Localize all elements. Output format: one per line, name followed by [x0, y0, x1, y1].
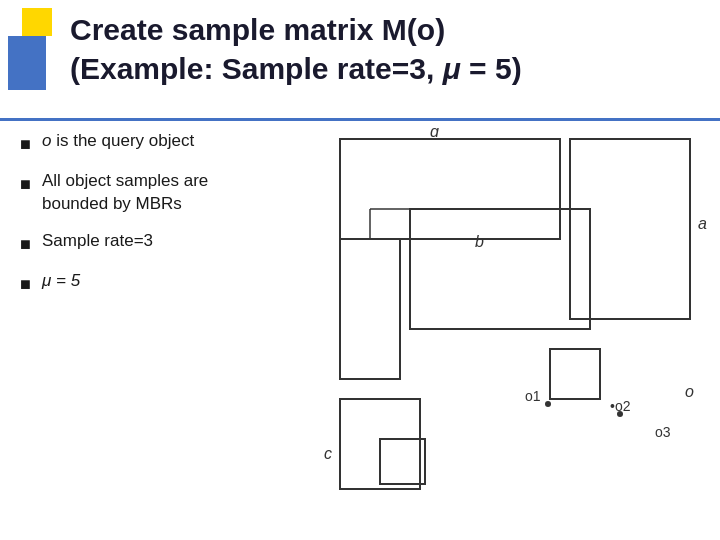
bullet-item-1: ■ o is the query object	[20, 130, 260, 156]
deco-yellow-square	[22, 8, 52, 36]
title-area: Create sample matrix M(o) (Example: Samp…	[70, 10, 700, 88]
bullet-item-2: ■ All object samples are bounded by MBRs	[20, 170, 260, 216]
deco-blue-square-2	[8, 72, 46, 90]
title-line2-prefix: (Example: Sample rate=3,	[70, 52, 443, 85]
label-c: c	[324, 445, 332, 462]
bullet-text-1: o is the query object	[42, 130, 194, 153]
title-mu: μ	[443, 52, 461, 85]
bullet-text-3: Sample rate=3	[42, 230, 153, 253]
bullet-item-4: ■ μ = 5	[20, 270, 260, 296]
horizontal-rule	[0, 118, 720, 121]
label-d: d	[430, 128, 440, 140]
label-o3: o3	[655, 424, 671, 440]
svg-rect-1	[570, 139, 690, 319]
o1-dot	[545, 401, 551, 407]
bullet-dot-2: ■	[20, 172, 36, 196]
svg-rect-2	[410, 209, 590, 329]
decorative-squares	[0, 0, 60, 120]
label-o1: o1	[525, 388, 541, 404]
bullet-dot-4: ■	[20, 272, 36, 296]
diagram-svg: d a b c o1 •o2 o o3	[280, 128, 710, 530]
svg-rect-4	[550, 349, 600, 399]
label-a: a	[698, 215, 707, 232]
label-b: b	[475, 233, 484, 250]
bullet-text-2: All object samples are bounded by MBRs	[42, 170, 260, 216]
bullet-section: ■ o is the query object ■ All object sam…	[20, 130, 260, 311]
label-o: o	[685, 383, 694, 400]
title-line2: (Example: Sample rate=3, μ = 5)	[70, 49, 700, 88]
svg-rect-6	[380, 439, 425, 484]
title-line2-suffix: = 5)	[461, 52, 522, 85]
svg-rect-0	[340, 139, 560, 239]
title-line1: Create sample matrix M(o)	[70, 10, 700, 49]
bullet-dot-1: ■	[20, 132, 36, 156]
label-o2: •o2	[610, 398, 631, 414]
deco-blue-square	[8, 36, 46, 72]
bullet-dot-3: ■	[20, 232, 36, 256]
diagram-area: d a b c o1 •o2 o o3	[280, 128, 710, 530]
svg-rect-3	[340, 239, 400, 379]
bullet-text-4: μ = 5	[42, 270, 80, 293]
bullet-item-3: ■ Sample rate=3	[20, 230, 260, 256]
